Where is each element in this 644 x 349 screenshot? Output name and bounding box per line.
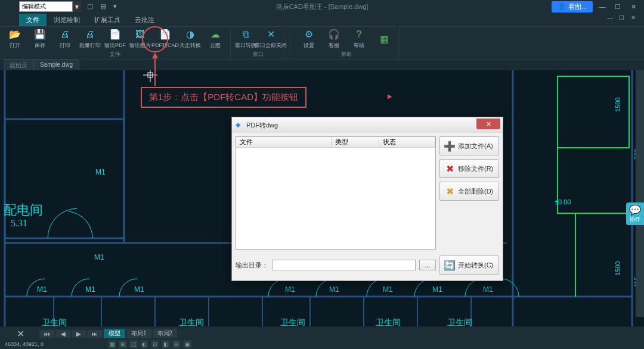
- callout-text: 第1步：点击【PDF转CAD】功能按钮: [149, 92, 298, 103]
- doc-tab-sample[interactable]: Sample.dwg: [34, 60, 79, 70]
- layout-tab-2[interactable]: 布局2: [153, 329, 178, 338]
- layout-nav-last[interactable]: ⏭: [87, 330, 103, 338]
- svg-text:M1: M1: [95, 168, 106, 176]
- ribbon-tianzheng[interactable]: ◑天正转换: [179, 27, 202, 51]
- ribbon-help-label: 帮助: [354, 42, 364, 49]
- layout-tab-model[interactable]: 模型: [104, 329, 125, 338]
- minimize-button[interactable]: —: [596, 2, 608, 11]
- dim-label: 1500: [614, 261, 621, 276]
- room-number: 5.31: [11, 218, 27, 229]
- mode-dropdown-arrow[interactable]: ▼: [73, 1, 81, 12]
- ribbon-tianzheng-label: 天正转换: [179, 42, 201, 49]
- layout-nav-first[interactable]: ⏮: [39, 330, 55, 338]
- menu-tab-file[interactable]: 文件: [19, 14, 47, 26]
- menu-tab-browse[interactable]: 浏览绘制: [47, 14, 87, 26]
- collaboration-float-button[interactable]: 💬 协作: [626, 202, 644, 225]
- col-status[interactable]: 状态: [379, 137, 435, 147]
- svg-text:M1: M1: [483, 285, 493, 294]
- ribbon-save[interactable]: 💾保存: [29, 27, 51, 51]
- status-tool-2[interactable]: ⊞: [119, 340, 127, 348]
- maximize-button[interactable]: ☐: [612, 2, 624, 11]
- annotation-marker: ▶: [388, 93, 392, 99]
- layout-tab-close[interactable]: ✕: [2, 328, 38, 339]
- qat-open-icon[interactable]: ▢: [87, 2, 95, 11]
- ribbon-group-file-label: 文件: [110, 51, 120, 59]
- start-convert-button[interactable]: 🔄 开始转换(C): [439, 255, 499, 275]
- mode-selector[interactable]: 编辑模式: [19, 1, 73, 12]
- vertical-scrollbar[interactable]: [636, 70, 644, 317]
- file-list-header: 文件 类型 状态: [236, 137, 435, 148]
- ribbon: 📂打开 💾保存 🖨打印 🖨批量打印 📄输出PDF 🖼输出图片 📄PDF转CAD …: [0, 26, 644, 60]
- status-tool-6[interactable]: ◧: [162, 340, 170, 348]
- status-tool-3[interactable]: ◫: [129, 340, 138, 348]
- mdi-minimize[interactable]: —: [607, 14, 615, 21]
- layout-tab-1[interactable]: 布局1: [126, 329, 151, 338]
- help-icon: ?: [353, 29, 365, 40]
- output-dir-input[interactable]: [272, 260, 416, 270]
- doc-tab-start[interactable]: 起始页: [4, 60, 34, 70]
- pdf-icon: 📄: [109, 29, 121, 40]
- ribbon-cloud[interactable]: ☁云图: [204, 27, 227, 51]
- ribbon-window-switch[interactable]: ⧉窗口转换: [234, 27, 257, 51]
- clear-all-label: 全部删除(D): [458, 187, 493, 196]
- coordinates: 46334, 40921, 0: [0, 341, 48, 347]
- ribbon-open[interactable]: 📂打开: [4, 27, 26, 51]
- svg-text:±0.00: ±0.00: [555, 198, 571, 205]
- svg-text:M1: M1: [85, 285, 95, 294]
- ribbon-support[interactable]: 🎧客服: [323, 27, 345, 51]
- qat-save-icon[interactable]: ▤: [100, 2, 109, 11]
- clear-all-button[interactable]: ✖ 全部删除(D): [439, 182, 499, 201]
- col-file[interactable]: 文件: [236, 137, 332, 147]
- window-close-icon: ✕: [265, 29, 277, 40]
- ribbon-group-help-label: 帮助: [341, 51, 352, 59]
- mdi-restore[interactable]: ☐: [619, 14, 627, 21]
- ribbon-save-label: 保存: [35, 42, 45, 49]
- ribbon-print[interactable]: 🖨打印: [54, 27, 76, 51]
- qat-dropdown-icon[interactable]: ▾: [113, 2, 122, 11]
- remove-file-button[interactable]: ✖ 移除文件(R): [439, 159, 499, 178]
- layout-nav-next[interactable]: ▶: [72, 330, 86, 338]
- col-type[interactable]: 类型: [332, 137, 379, 147]
- ribbon-window-close-label: 窗口全部关闭: [255, 42, 287, 49]
- svg-text:卫生间: 卫生间: [376, 317, 401, 326]
- dialog-titlebar[interactable]: ◆ PDF转dwg ✕: [232, 117, 503, 133]
- layout-nav-prev[interactable]: ◀: [56, 330, 70, 338]
- ribbon-export-pdf[interactable]: 📄输出PDF: [104, 27, 126, 51]
- refresh-icon: 🔄: [444, 259, 456, 271]
- status-tool-1[interactable]: ▦: [108, 340, 116, 348]
- dialog-title: PDF转dwg: [246, 121, 278, 130]
- status-tool-5[interactable]: ⊡: [151, 340, 159, 348]
- ribbon-settings[interactable]: ⚙设置: [298, 27, 320, 51]
- menu-tab-tools[interactable]: 扩展工具: [87, 14, 128, 26]
- ribbon-batch-label: 批量打印: [79, 42, 101, 49]
- status-bar: 46334, 40921, 0 ▦ ⊞ ◫ ◐ ⊡ ◧ ⊟ ▣: [0, 339, 644, 349]
- menu-bar: 文件 浏览绘制 扩展工具 云批注: [0, 13, 644, 26]
- status-tool-4[interactable]: ◐: [140, 340, 148, 348]
- print-icon: 🖨: [59, 29, 71, 40]
- user-badge[interactable]: 👤 看图...: [552, 1, 593, 13]
- add-file-button[interactable]: ➕ 添加文件(A): [439, 136, 499, 155]
- plus-icon: ➕: [444, 140, 456, 152]
- browse-button[interactable]: ...: [419, 260, 436, 270]
- svg-text:M1: M1: [383, 285, 393, 294]
- file-list[interactable]: 文件 类型 状态: [236, 136, 436, 250]
- close-button[interactable]: ✕: [627, 2, 639, 11]
- ribbon-batch-print[interactable]: 🖨批量打印: [79, 27, 101, 51]
- status-tool-8[interactable]: ▣: [183, 340, 191, 348]
- mdi-close[interactable]: ✕: [631, 14, 639, 21]
- ribbon-help[interactable]: ?帮助: [348, 27, 370, 51]
- ribbon-open-label: 打开: [10, 42, 20, 49]
- start-convert-label: 开始转换(C): [458, 261, 493, 270]
- mdi-controls: — ☐ ✕: [607, 14, 639, 21]
- ribbon-support-label: 客服: [329, 42, 339, 49]
- svg-text:M1: M1: [432, 285, 442, 294]
- document-tabs: 起始页 Sample.dwg: [0, 60, 644, 70]
- menu-tab-cloud[interactable]: 云批注: [128, 14, 162, 26]
- annotation-circle: [142, 26, 168, 52]
- status-tool-7[interactable]: ⊟: [172, 340, 181, 348]
- ribbon-window-close-all[interactable]: ✕窗口全部关闭: [259, 27, 282, 51]
- svg-marker-1: [152, 52, 158, 58]
- dialog-close-button[interactable]: ✕: [476, 119, 500, 129]
- user-icon: 👤: [558, 3, 566, 11]
- ribbon-extra[interactable]: ▦: [373, 27, 395, 51]
